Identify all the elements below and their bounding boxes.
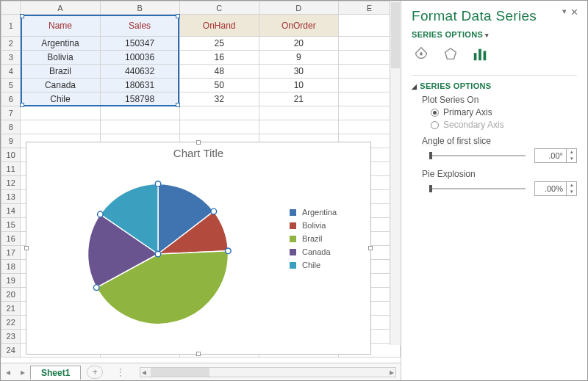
row-header-2[interactable]: 2 [1, 37, 21, 51]
tab-nav-arrows[interactable]: ◂▸ [1, 367, 30, 377]
series-options-icon[interactable] [472, 46, 488, 65]
cell-A2[interactable]: Argentina [21, 37, 100, 51]
spinner-down-icon[interactable]: ▾ [567, 156, 576, 162]
format-data-series-pane: ▾ ✕ Format Data Series SERIES OPTIONS▾ ◢… [401, 1, 587, 380]
legend-item-canada[interactable]: Canada [290, 247, 370, 256]
fill-outline-icon[interactable] [413, 46, 429, 65]
spinner-up-icon[interactable]: ▴ [567, 182, 576, 189]
row-header-4[interactable]: 4 [1, 65, 21, 79]
pane-close-icon[interactable]: ✕ [570, 7, 578, 18]
chart-legend[interactable]: ArgentinaBoliviaBrazilCanadaChile [290, 159, 370, 349]
row-header-8[interactable]: 8 [1, 120, 21, 134]
legend-item-chile[interactable]: Chile [290, 261, 370, 269]
series-options-title-dropdown[interactable]: SERIES OPTIONS▾ [412, 30, 577, 39]
effects-icon[interactable] [442, 46, 459, 65]
cell-B6[interactable]: 158798 [100, 92, 179, 106]
col-header-D[interactable]: D [259, 1, 338, 15]
cell-B8[interactable] [100, 120, 179, 134]
row-header-12[interactable]: 12 [1, 176, 21, 190]
cell-D2[interactable]: 20 [259, 37, 338, 51]
pie-chart[interactable] [81, 177, 235, 331]
cell-A4[interactable]: Brazil [21, 65, 100, 79]
svg-rect-9 [484, 51, 487, 60]
col-header-A[interactable]: A [21, 1, 100, 15]
angle-input[interactable]: ▴▾ [534, 148, 577, 163]
cell-D1[interactable]: OnOrder [259, 15, 338, 37]
row-header-10[interactable]: 10 [1, 148, 21, 162]
cell-B3[interactable]: 100036 [100, 51, 179, 65]
cell-B1[interactable]: Sales [100, 15, 179, 37]
cell-C3[interactable]: 16 [179, 51, 259, 65]
cell-D8[interactable] [259, 120, 338, 134]
col-header-B[interactable]: B [100, 1, 179, 15]
svg-marker-6 [445, 48, 456, 59]
row-header-24[interactable]: 24 [1, 344, 21, 358]
row-header-1[interactable]: 1 [1, 15, 21, 37]
cell-C6[interactable]: 32 [179, 92, 259, 106]
cell-C5[interactable]: 50 [179, 79, 259, 92]
cell-C7[interactable] [179, 106, 259, 120]
cell-A7[interactable] [21, 106, 100, 120]
radio-primary-axis[interactable]: Primary Axis [431, 107, 577, 117]
row-header-22[interactable]: 22 [1, 316, 21, 330]
cell-B2[interactable]: 150347 [100, 37, 179, 51]
row-header-20[interactable]: 20 [1, 288, 21, 302]
cell-C1[interactable]: OnHand [179, 15, 259, 37]
cell-B4[interactable]: 440632 [100, 65, 179, 79]
pane-pin-icon[interactable]: ▾ [562, 7, 567, 16]
new-sheet-button[interactable]: + [87, 366, 103, 379]
row-header-6[interactable]: 6 [1, 92, 21, 106]
cell-C4[interactable]: 48 [179, 65, 259, 79]
embedded-chart[interactable]: Chart Title ArgentinaBoliviaBrazilCanada… [26, 142, 371, 355]
cell-B7[interactable] [100, 106, 179, 120]
cell-D3[interactable]: 9 [259, 51, 338, 65]
row-header-19[interactable]: 19 [1, 274, 21, 288]
svg-point-2 [226, 248, 232, 254]
cell-C2[interactable]: 25 [179, 37, 259, 51]
cell-A5[interactable]: Canada [21, 79, 100, 92]
row-header-13[interactable]: 13 [1, 190, 21, 204]
row-header-14[interactable]: 14 [1, 204, 21, 218]
cell-A1[interactable]: Name [21, 15, 100, 37]
col-header-C[interactable]: C [179, 1, 259, 15]
cell-A8[interactable] [21, 120, 100, 134]
row-header-21[interactable]: 21 [1, 302, 21, 316]
row-header-17[interactable]: 17 [1, 246, 21, 260]
row-header-3[interactable]: 3 [1, 51, 21, 65]
explosion-input[interactable]: ▴▾ [534, 181, 577, 196]
cell-D7[interactable] [259, 106, 338, 120]
cell-D5[interactable]: 10 [259, 79, 338, 92]
row-header-18[interactable]: 18 [1, 260, 21, 274]
cell-C8[interactable] [179, 120, 259, 134]
angle-slider[interactable] [429, 155, 526, 156]
horizontal-scrollbar[interactable]: ◂ ▸ [140, 367, 396, 377]
cell-A6[interactable]: Chile [21, 92, 100, 106]
row-header-16[interactable]: 16 [1, 232, 21, 246]
sheet-tab-active[interactable]: Sheet1 [30, 366, 81, 380]
cell-B5[interactable]: 180631 [100, 79, 179, 92]
row-header-11[interactable]: 11 [1, 162, 21, 176]
svg-rect-8 [478, 49, 481, 61]
row-header-7[interactable]: 7 [1, 106, 21, 120]
row-header-9[interactable]: 9 [1, 134, 21, 148]
cell-D4[interactable]: 30 [259, 65, 338, 79]
legend-item-brazil[interactable]: Brazil [290, 234, 370, 243]
spinner-down-icon[interactable]: ▾ [567, 189, 576, 195]
angle-first-slice-label: Angle of first slice [422, 136, 577, 146]
series-options-section[interactable]: ◢SERIES OPTIONS [412, 81, 577, 90]
vertical-scrollbar[interactable] [390, 1, 401, 345]
chart-title[interactable]: Chart Title [26, 142, 370, 159]
explosion-slider[interactable] [429, 188, 526, 189]
row-header-15[interactable]: 15 [1, 218, 21, 232]
row-header-5[interactable]: 5 [1, 79, 21, 92]
svg-point-0 [155, 181, 161, 187]
cell-A3[interactable]: Bolivia [21, 51, 100, 65]
radio-secondary-axis[interactable]: Secondary Axis [431, 120, 577, 130]
spreadsheet-grid[interactable]: ABCDE1NameSalesOnHandOnOrder2Argentina15… [1, 1, 401, 363]
cell-D6[interactable]: 21 [259, 92, 338, 106]
pie-explosion-label: Pie Explosion [422, 169, 577, 179]
row-header-23[interactable]: 23 [1, 330, 21, 344]
spinner-up-icon[interactable]: ▴ [567, 149, 576, 156]
legend-item-argentina[interactable]: Argentina [290, 208, 370, 217]
legend-item-bolivia[interactable]: Bolivia [290, 221, 370, 230]
